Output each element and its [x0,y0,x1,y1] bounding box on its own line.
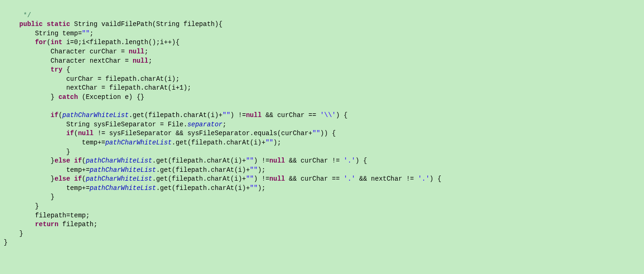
code-line: }else if(pathCharWhiteList.get(filepath.… [4,157,367,164]
code-line: Character curChar = null; [4,48,148,55]
code-line: temp+=pathCharWhiteList.get(filepath.cha… [4,139,281,146]
code-line: }else if(pathCharWhiteList.get(filepath.… [4,175,441,183]
code-line: String sysFileSeparator = File.separator… [4,121,226,128]
code-line: temp+=pathCharWhiteList.get(filepath.cha… [4,184,266,192]
code-line: } [4,193,54,201]
code-line: String temp=""; [4,30,93,37]
code-line: for(int i=0;i<filepath.length();i++){ [4,39,179,46]
code-line [4,103,7,110]
code-line: */ [4,12,31,19]
code-line: filepath=temp; [4,212,90,219]
code-line: nextChar = filepath.charAt(i+1); [4,84,191,91]
code-editor[interactable]: */ public static String vaildFilePath(St… [0,9,644,249]
code-line: public static String vaildFilePath(Strin… [4,20,223,28]
code-line: if(null != sysFileSeparator && sysFileSe… [4,130,336,137]
code-line: return filepath; [4,221,98,228]
code-line: if(pathCharWhiteList.get(filepath.charAt… [4,111,347,119]
code-line: Character nextChar = null; [4,57,152,65]
code-line: } catch (Exception e) {} [4,93,144,101]
code-line: } [4,202,39,210]
code-line: } [4,148,70,156]
code-line: temp+=pathCharWhiteList.get(filepath.cha… [4,166,266,174]
code-line: try { [4,66,70,73]
code-line: } [4,239,7,246]
code-line: curChar = filepath.charAt(i); [4,75,179,83]
code-line: } [4,230,23,237]
